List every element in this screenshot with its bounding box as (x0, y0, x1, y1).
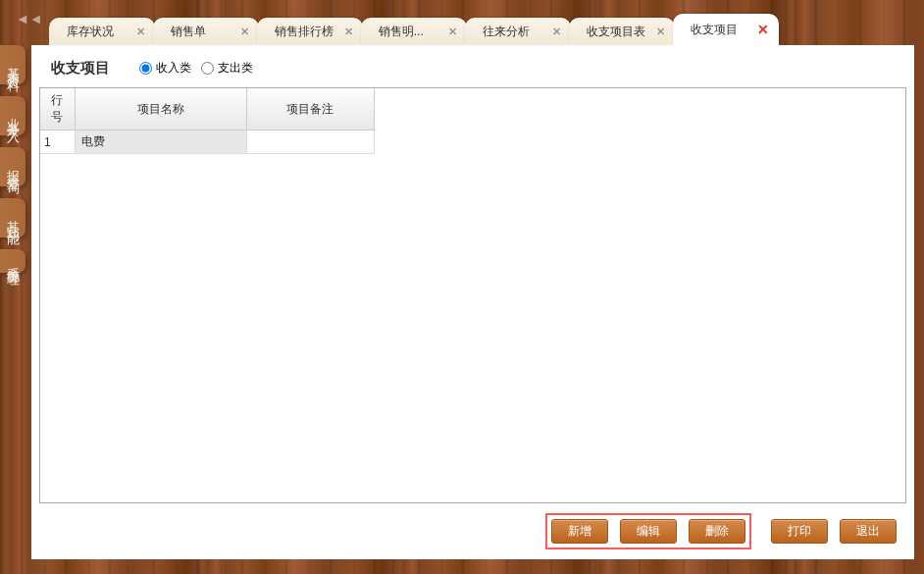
delete-button[interactable]: 删除 (689, 519, 745, 544)
tab-label: 销售单 (171, 24, 206, 40)
col-header-remark[interactable]: 项目备注 (246, 88, 374, 130)
main-panel: 收支项目 收入类 支出类 行号 项目名称 项目备注 1 (31, 45, 914, 559)
tab-income-expense-item[interactable]: 收支项目 ✕ (673, 14, 779, 45)
close-icon[interactable]: ✕ (552, 26, 561, 38)
close-icon[interactable]: ✕ (448, 26, 457, 38)
scroll-left-icon[interactable]: ◄◄ (10, 3, 49, 34)
panel-header: 收支项目 收入类 支出类 (31, 45, 914, 87)
exit-button[interactable]: 退出 (840, 519, 897, 544)
cell-rownum: 1 (40, 130, 75, 154)
tab-label: 收支项目 (691, 22, 738, 38)
col-header-name[interactable]: 项目名称 (75, 88, 246, 130)
tab-sales-order[interactable]: 销售单 ✕ (153, 18, 259, 45)
close-icon[interactable]: ✕ (136, 26, 145, 38)
close-icon[interactable]: ✕ (344, 26, 353, 38)
data-table: 行号 项目名称 项目备注 1 电费 (40, 88, 375, 154)
sidebar-item-other-functions[interactable]: 其它功能 (0, 198, 26, 237)
tab-inventory[interactable]: 库存状况 ✕ (49, 18, 155, 45)
col-header-rownum[interactable]: 行号 (40, 88, 75, 130)
radio-expense[interactable]: 支出类 (201, 60, 253, 77)
cell-name: 电费 (75, 130, 246, 154)
highlighted-actions: 新增 编辑 删除 (545, 513, 751, 549)
sidebar-item-system-management[interactable]: 系统管理 (0, 249, 26, 273)
radio-income[interactable]: 收入类 (139, 60, 191, 77)
sidebar-item-report-query[interactable]: 报表查询 (0, 147, 26, 186)
tab-label: 收支项目表 (587, 24, 645, 40)
tab-contacts-analysis[interactable]: 往来分析 ✕ (465, 18, 571, 45)
add-button[interactable]: 新增 (551, 519, 608, 544)
radio-income-label: 收入类 (156, 60, 191, 77)
table-row[interactable]: 1 电费 (40, 130, 374, 154)
tab-label: 库存状况 (67, 24, 114, 40)
tab-sales-detail[interactable]: 销售明... ✕ (361, 18, 467, 45)
tabs-container: 库存状况 ✕ 销售单 ✕ 销售排行榜 ✕ 销售明... ✕ 往来分析 ✕ 收支项… (49, 14, 886, 45)
cell-remark (246, 130, 374, 154)
tab-label: 销售排行榜 (275, 24, 334, 40)
type-radio-group: 收入类 支出类 (139, 60, 253, 77)
edit-button[interactable]: 编辑 (620, 519, 677, 544)
footer-actions: 新增 编辑 删除 打印 退出 (31, 503, 914, 559)
sidebar-item-basic-data[interactable]: 基本资料 (0, 45, 26, 84)
close-icon[interactable]: ✕ (656, 26, 665, 38)
radio-income-input[interactable] (139, 62, 152, 75)
tab-strip: ◄◄ 库存状况 ✕ 销售单 ✕ 销售排行榜 ✕ 销售明... ✕ 往来分析 ✕ … (0, 0, 924, 45)
close-icon[interactable]: ✕ (240, 26, 249, 38)
radio-expense-input[interactable] (201, 62, 214, 75)
close-icon[interactable]: ✕ (757, 22, 769, 37)
tab-income-expense-table[interactable]: 收支项目表 ✕ (569, 18, 675, 45)
print-button[interactable]: 打印 (771, 519, 828, 544)
tab-label: 往来分析 (483, 24, 530, 40)
page-title: 收支项目 (51, 59, 110, 78)
sidebar: 基本资料 业务录入 报表查询 其它功能 系统管理 (0, 45, 26, 574)
data-table-container: 行号 项目名称 项目备注 1 电费 (39, 87, 906, 503)
radio-expense-label: 支出类 (218, 60, 253, 77)
sidebar-item-business-entry[interactable]: 业务录入 (0, 96, 26, 135)
tab-label: 销售明... (379, 24, 424, 40)
tab-sales-ranking[interactable]: 销售排行榜 ✕ (257, 18, 363, 45)
